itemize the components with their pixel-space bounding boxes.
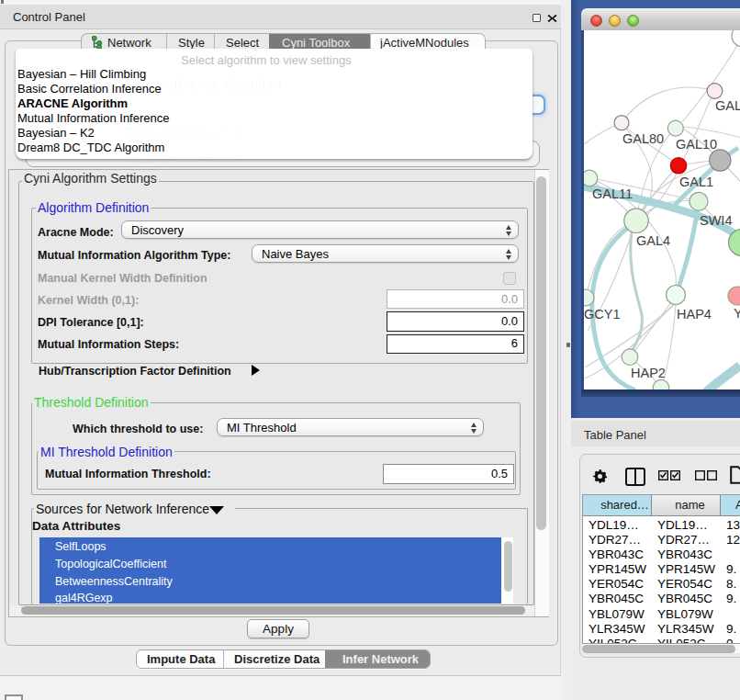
svg-text:GAL80: GAL80 [622,131,664,146]
svg-text:HAP4: HAP4 [677,307,712,322]
svg-text:GAL11: GAL11 [592,186,633,201]
svg-text:GAL: GAL [715,98,740,113]
svg-text:HAP2: HAP2 [631,366,666,380]
svg-text:GAL1: GAL1 [679,175,713,189]
svg-text:GAL10: GAL10 [676,137,717,152]
svg-text:Y: Y [734,306,740,321]
svg-text:GAL4: GAL4 [636,233,670,248]
svg-text:SWI4: SWI4 [700,213,732,228]
svg-text:GCY1: GCY1 [584,307,621,322]
